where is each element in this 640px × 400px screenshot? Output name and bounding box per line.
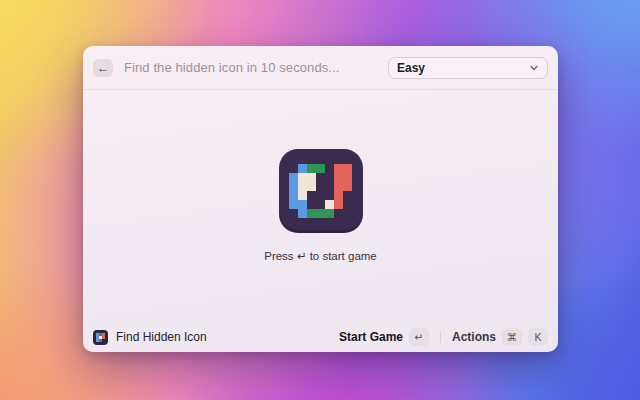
difficulty-dropdown[interactable]: Easy [388, 57, 548, 79]
window-header: ← Find the hidden icon in 10 seconds... … [83, 46, 558, 89]
hidden-icon-game-artwork [279, 149, 363, 233]
search-placeholder[interactable]: Find the hidden icon in 10 seconds... [124, 60, 388, 75]
start-game-label: Start Game [339, 330, 403, 344]
app-name-label: Find Hidden Icon [116, 330, 331, 344]
start-game-action[interactable]: Start Game ↵ [339, 328, 429, 346]
main-content: Press ↵ to start game [83, 90, 558, 322]
command-key-icon: ⌘ [502, 328, 522, 346]
k-key-icon: K [528, 328, 548, 346]
actions-label: Actions [452, 330, 496, 344]
footer-divider [440, 331, 441, 343]
pixel-art-grid [289, 164, 352, 218]
desktop-background: ← Find the hidden icon in 10 seconds... … [0, 0, 640, 400]
launcher-window: ← Find the hidden icon in 10 seconds... … [83, 46, 558, 352]
app-logo-icon [93, 330, 108, 345]
enter-key-icon: ↵ [409, 328, 429, 346]
chevron-down-icon [529, 63, 539, 73]
back-button[interactable]: ← [93, 59, 113, 77]
actions-menu-button[interactable]: Actions ⌘ K [452, 328, 548, 346]
back-arrow-icon: ← [97, 61, 109, 75]
start-hint-text: Press ↵ to start game [264, 249, 377, 263]
window-footer: Find Hidden Icon Start Game ↵ Actions ⌘ … [83, 322, 558, 352]
difficulty-value: Easy [397, 61, 529, 75]
